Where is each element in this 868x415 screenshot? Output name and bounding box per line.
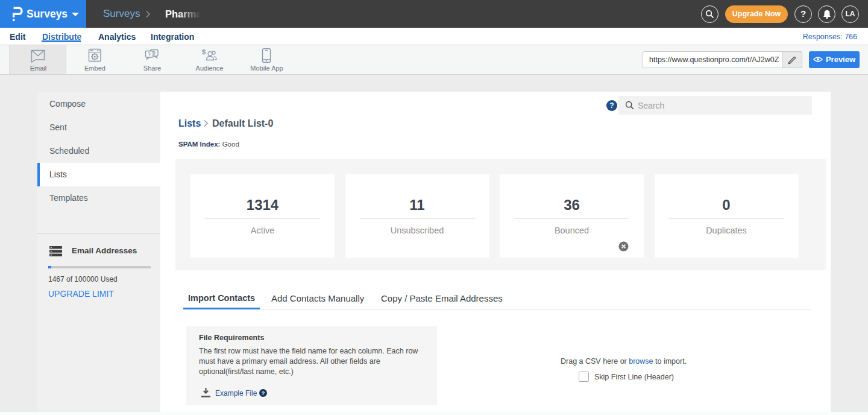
svg-text:$: $ — [202, 48, 206, 55]
